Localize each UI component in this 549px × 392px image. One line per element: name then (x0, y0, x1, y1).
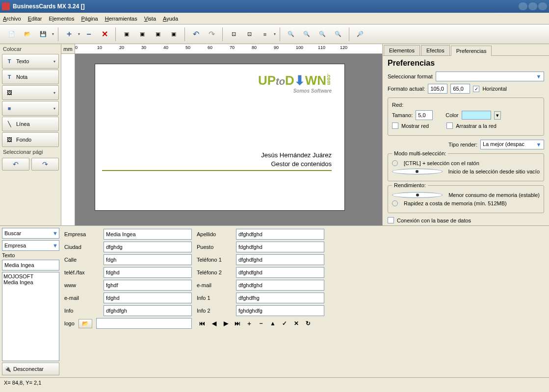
field-label: teléf./fax (64, 267, 99, 278)
align-icon[interactable]: ≡ (258, 27, 272, 41)
menu-ayuda[interactable]: Ayuda (163, 16, 178, 22)
list-item[interactable]: Media Ingea (3, 279, 58, 285)
field-input-teléf./fax[interactable] (104, 267, 192, 278)
select-format-dropdown[interactable]: ▼ (436, 72, 544, 81)
grid-color-swatch[interactable] (462, 111, 491, 120)
horizontal-checkbox[interactable]: ✓ (473, 86, 479, 92)
snap-grid-checkbox[interactable] (446, 122, 453, 129)
group-icon[interactable]: ⊡ (227, 27, 240, 41)
new-icon[interactable]: 📄 (5, 27, 19, 41)
menubar: Archivo Editar Elementos Página Herramie… (0, 13, 549, 24)
menu-vista[interactable]: Vista (144, 16, 156, 22)
field-input-info2[interactable] (236, 305, 324, 316)
business-card[interactable]: UPtoD⬇WN.com Somos Software Jesús Hernán… (95, 64, 345, 211)
field-input-empresa[interactable] (104, 229, 192, 240)
tool-fondo[interactable]: 🖼Fondo (2, 132, 59, 147)
show-grid-checkbox[interactable] (392, 122, 398, 129)
db-connect-checkbox[interactable] (388, 217, 394, 223)
record-first-button[interactable]: ⏮ (197, 318, 208, 329)
field-input-ciudad[interactable] (104, 242, 192, 252)
render-type-dropdown[interactable]: La mejor (despac▼ (480, 140, 544, 149)
page-prev[interactable]: ↶ (2, 158, 29, 171)
list-item[interactable]: MOJOSOFT (3, 273, 58, 279)
record-add-button[interactable]: ＋ (244, 318, 255, 329)
height-input[interactable] (450, 84, 470, 94)
multi-empty-radio[interactable] (392, 169, 443, 174)
zoom-fit-icon[interactable]: 🔍 (300, 27, 314, 41)
zoom-in-icon[interactable]: 🔍 (284, 27, 298, 41)
texto-label: Texto (2, 252, 59, 258)
zoom-plus-icon[interactable]: 🔍 (331, 27, 345, 41)
logo-label: logo (64, 320, 75, 326)
open-icon[interactable]: 📂 (21, 27, 34, 41)
browse-icon[interactable]: 📂 (78, 319, 92, 328)
bring-forward-icon[interactable]: ▣ (135, 27, 149, 41)
card-stage[interactable]: UPtoD⬇WN.com Somos Software Jesús Hernán… (75, 54, 382, 225)
disconnect-button[interactable]: 🔌Desconectar (2, 363, 59, 375)
results-list[interactable]: MOJOSOFT Media Ingea (2, 272, 59, 361)
field-input-e-mail[interactable] (104, 293, 192, 303)
logo-path-input[interactable] (96, 318, 192, 329)
record-apply-button[interactable]: ✓ (279, 318, 290, 329)
record-refresh-button[interactable]: ↻ (303, 318, 314, 329)
grid-size-input[interactable] (416, 110, 433, 120)
record-last-button[interactable]: ⏭ (232, 318, 243, 329)
maximize-button[interactable] (528, 2, 537, 10)
record-cancel-button[interactable]: ✕ (291, 318, 302, 329)
prefs-title: Preferencias (388, 59, 544, 68)
tab-elementos[interactable]: Elementos (384, 45, 420, 55)
tool-texto[interactable]: TTexto▾ (2, 54, 59, 69)
ungroup-icon[interactable]: ⊡ (242, 27, 256, 41)
search-column-dropdown[interactable]: Empresa▼ (2, 240, 59, 251)
search-text-input[interactable] (2, 260, 59, 270)
page-next[interactable]: ↷ (31, 158, 59, 171)
width-input[interactable] (428, 84, 447, 94)
search-field-dropdown[interactable]: Buscar▼ (2, 228, 59, 239)
field-input-info1[interactable] (236, 293, 324, 303)
bring-front-icon[interactable]: ▣ (120, 27, 133, 41)
tool-linea[interactable]: ╲Línea (2, 117, 59, 131)
data-form: EmpresaApellidoCiudadPuestoCalleTeléfono… (61, 226, 382, 377)
field-input-teléfono2[interactable] (236, 267, 324, 278)
tool-nota[interactable]: TNota (2, 70, 59, 84)
ruler-vertical (61, 54, 75, 225)
subtract-icon[interactable]: − (82, 27, 96, 41)
delete-icon[interactable]: ✕ (98, 27, 111, 41)
close-button[interactable] (538, 2, 547, 10)
tab-preferencias[interactable]: Preferencias (451, 46, 492, 56)
undo-icon[interactable]: ↶ (189, 27, 203, 41)
field-input-teléfono1[interactable] (236, 254, 324, 265)
field-input-info[interactable] (104, 305, 192, 316)
tool-shape[interactable]: ■▾ (2, 101, 59, 116)
zoom-out-icon[interactable]: 🔍 (315, 27, 329, 41)
send-back-icon[interactable]: ▣ (167, 27, 181, 41)
field-input-e-mail[interactable] (236, 280, 324, 291)
multi-ctrl-radio[interactable] (392, 160, 398, 166)
menu-archivo[interactable]: Archivo (3, 16, 21, 22)
record-up-button[interactable]: ▲ (267, 318, 278, 329)
save-icon[interactable]: 💾 (36, 27, 50, 41)
perf-high-radio[interactable] (392, 200, 398, 206)
record-remove-button[interactable]: − (256, 318, 266, 329)
field-input-puesto[interactable] (236, 242, 324, 252)
menu-herramientas[interactable]: Herramientas (105, 16, 137, 22)
add-icon[interactable]: ＋ (62, 27, 76, 41)
color-dropdown-icon[interactable]: ▾ (494, 111, 501, 120)
menu-pagina[interactable]: Página (81, 16, 98, 22)
search-panel: Buscar▼ Empresa▼ Texto MOJOSOFT Media In… (0, 226, 61, 377)
field-label: www (64, 280, 99, 291)
redo-icon[interactable]: ↷ (205, 27, 218, 41)
tab-efectos[interactable]: Efectos (421, 45, 450, 55)
send-backward-icon[interactable]: ▣ (151, 27, 165, 41)
field-input-calle[interactable] (104, 254, 192, 265)
record-next-button[interactable]: ▶ (220, 318, 231, 329)
record-prev-button[interactable]: ◀ (209, 318, 219, 329)
menu-editar[interactable]: Editar (28, 16, 42, 22)
field-input-www[interactable] (104, 280, 192, 291)
tool-image[interactable]: 🖼▾ (2, 85, 59, 100)
preview-icon[interactable]: 🔎 (353, 27, 367, 41)
field-input-apellido[interactable] (236, 229, 324, 240)
menu-elementos[interactable]: Elementos (49, 16, 74, 22)
minimize-button[interactable] (519, 2, 527, 10)
perf-low-radio[interactable] (392, 192, 443, 198)
